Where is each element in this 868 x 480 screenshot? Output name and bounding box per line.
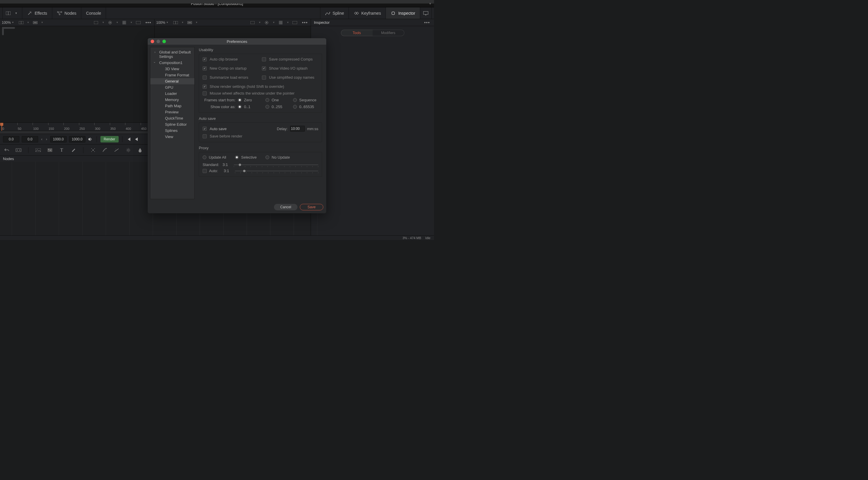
tree-item-quicktime[interactable]: QuickTime (150, 115, 194, 121)
field-start[interactable]: 0.0 (3, 136, 20, 143)
radio-c0[interactable] (238, 105, 242, 109)
undo-icon[interactable] (3, 147, 10, 153)
tree-item-path-map[interactable]: Path Map (150, 103, 194, 109)
nodes-tab[interactable]: Nodes (52, 7, 81, 19)
chevron-down-icon[interactable]: ▼ (429, 2, 432, 5)
prev-key-icon[interactable]: ‹ (40, 137, 43, 141)
radio-zero[interactable] (238, 98, 242, 102)
chevron-down-icon[interactable]: ▼ (116, 21, 118, 24)
inspector-tab[interactable]: Inspector (386, 7, 420, 19)
chevron-down-icon[interactable]: ▼ (273, 21, 275, 24)
radio-no-update[interactable] (266, 155, 269, 159)
more-icon[interactable]: ••• (144, 20, 152, 25)
tools-tab[interactable]: Tools (341, 30, 373, 36)
chk-mouse-wheel[interactable] (203, 91, 207, 95)
paint-icon[interactable] (70, 147, 76, 153)
grid-icon[interactable] (121, 20, 127, 25)
speaker-icon[interactable] (88, 137, 93, 142)
channel-icon[interactable] (250, 20, 255, 25)
chk-show-splash[interactable] (262, 66, 266, 70)
chk-new-comp[interactable] (203, 66, 207, 70)
frame-icon[interactable] (292, 20, 298, 25)
standard-slider[interactable] (234, 164, 318, 165)
keyframes-tab[interactable]: Keyframes (349, 7, 386, 19)
tree-item-3d-view[interactable]: 3D View (150, 66, 194, 72)
step-back-icon[interactable] (134, 137, 139, 142)
effects-tab[interactable]: Effects (22, 7, 52, 19)
drop-icon[interactable] (137, 147, 143, 153)
radio-one[interactable] (266, 98, 269, 102)
lut-icon[interactable] (264, 20, 270, 25)
chevron-down-icon[interactable]: ▼ (195, 21, 198, 24)
chevron-down-icon[interactable]: ▼ (130, 21, 132, 24)
grid-icon[interactable] (278, 20, 284, 25)
radio-c1[interactable] (266, 105, 269, 109)
overlay-icon[interactable] (32, 20, 38, 25)
more-icon[interactable]: ••• (301, 20, 309, 25)
tree-comp[interactable]: ›Composition1 (150, 60, 194, 66)
zoom-right[interactable]: 100%▼ (154, 21, 170, 25)
console-tab[interactable]: Console (81, 7, 106, 19)
tracker-icon[interactable] (90, 147, 96, 153)
secondary-monitor-button[interactable] (420, 7, 432, 19)
chk-autosave[interactable] (203, 127, 207, 131)
text-icon[interactable]: T (58, 147, 65, 153)
tree-item-gpu[interactable]: GPU (150, 84, 194, 90)
next-key-icon[interactable]: › (45, 137, 48, 141)
delay-input[interactable] (290, 126, 305, 131)
overlay-icon[interactable] (187, 20, 193, 25)
zoom-left[interactable]: 100%▼ (0, 21, 16, 25)
brightness-icon[interactable] (125, 147, 131, 153)
chk-show-render[interactable] (203, 85, 207, 89)
tree-item-frame-format[interactable]: Frame Format (150, 72, 194, 78)
chevron-down-icon[interactable]: ▼ (287, 21, 289, 24)
more-icon[interactable]: ••• (423, 20, 431, 25)
chevron-down-icon[interactable]: ▼ (258, 21, 261, 24)
media-in-icon[interactable] (15, 147, 22, 153)
chevron-down-icon[interactable]: ▼ (27, 21, 29, 24)
tree-item-view[interactable]: View (150, 134, 194, 140)
color-curves-icon[interactable] (102, 147, 108, 153)
chk-auto-proxy[interactable] (203, 169, 207, 173)
go-to-start-icon[interactable] (126, 137, 131, 142)
radio-c2[interactable] (293, 105, 297, 109)
tree-item-memory[interactable]: Memory (150, 97, 194, 103)
chk-summarize[interactable] (203, 76, 207, 80)
field-current-in[interactable]: 0.0 (22, 136, 38, 143)
tree-item-loader[interactable]: Loader (150, 90, 194, 97)
tree-global[interactable]: ›Global and Default Settings (150, 49, 194, 60)
field-end[interactable]: 1000.0 (69, 136, 86, 143)
svg-point-28 (110, 22, 111, 23)
radio-update-all[interactable] (203, 155, 207, 159)
split-horizontal-icon[interactable] (18, 20, 24, 25)
tree-item-spline-editor[interactable]: Spline Editor (150, 121, 194, 127)
chk-save-before-render[interactable] (203, 134, 207, 138)
radio-selective[interactable] (235, 155, 239, 159)
dialog-titlebar[interactable]: Preferences (148, 38, 326, 44)
render-button[interactable]: Render (100, 136, 119, 143)
channel-icon[interactable] (93, 20, 99, 25)
chk-simplified[interactable] (262, 76, 266, 80)
chevron-down-icon[interactable]: ▼ (41, 21, 43, 24)
auto-slider[interactable] (235, 171, 318, 171)
save-button[interactable]: Save (300, 204, 323, 210)
field-current-out[interactable]: 1000.0 (50, 136, 67, 143)
fastnoise-icon[interactable] (47, 147, 53, 153)
tree-item-preview[interactable]: Preview (150, 109, 194, 115)
chk-auto-clip[interactable] (203, 57, 207, 61)
background-icon[interactable] (35, 147, 41, 153)
cancel-button[interactable]: Cancel (274, 204, 298, 210)
chk-save-compressed[interactable] (262, 57, 266, 61)
tree-item-splines[interactable]: Splines (150, 127, 194, 134)
split-horizontal-icon[interactable] (173, 20, 179, 25)
frame-icon[interactable] (135, 20, 141, 25)
modifiers-tab[interactable]: Modifiers (373, 30, 404, 36)
chevron-down-icon[interactable]: ▼ (102, 21, 104, 24)
radio-seq[interactable] (293, 98, 297, 102)
lut-icon[interactable] (107, 20, 113, 25)
chevron-down-icon[interactable]: ▼ (182, 21, 184, 24)
spline-tab[interactable]: Spline (320, 7, 349, 19)
blur-icon[interactable] (113, 147, 120, 153)
tree-item-general[interactable]: General (150, 78, 194, 84)
panel-dropdown[interactable]: ▼ (2, 7, 22, 19)
